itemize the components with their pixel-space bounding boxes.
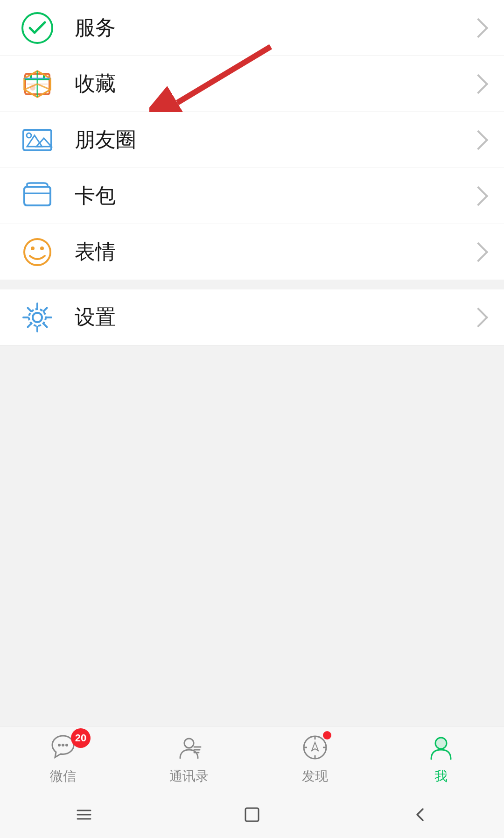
services-chevron xyxy=(469,18,488,37)
me-nav-icon xyxy=(427,733,455,762)
menu-item-favorites[interactable]: 收藏 xyxy=(0,56,504,112)
main-content: 服务 xyxy=(0,0,504,345)
settings-chevron xyxy=(469,307,488,327)
back-button[interactable] xyxy=(408,803,432,827)
svg-point-20 xyxy=(58,744,61,746)
emoji-label: 表情 xyxy=(75,238,471,266)
services-icon xyxy=(19,9,56,47)
system-bar xyxy=(0,791,504,838)
nav-item-me[interactable]: 我 xyxy=(378,726,504,791)
settings-label: 设置 xyxy=(75,303,471,331)
svg-rect-37 xyxy=(245,808,259,821)
wechat-nav-label: 微信 xyxy=(50,768,76,785)
discover-dot-badge xyxy=(323,731,331,739)
favorites-chevron xyxy=(469,74,488,93)
moments-chevron xyxy=(469,130,488,149)
bottom-navigation: 20 微信 通讯录 xyxy=(0,726,504,791)
back-icon xyxy=(408,803,432,827)
wallet-chevron xyxy=(469,186,488,205)
svg-point-27 xyxy=(304,736,326,759)
discover-nav-label: 发现 xyxy=(302,768,328,785)
menu-item-services[interactable]: 服务 xyxy=(0,0,504,56)
group-separator xyxy=(0,280,504,289)
settings-icon xyxy=(19,299,56,336)
svg-point-21 xyxy=(62,744,64,746)
home-button[interactable] xyxy=(240,803,264,827)
svg-point-0 xyxy=(22,13,52,43)
svg-point-12 xyxy=(27,133,31,138)
emoji-icon xyxy=(19,233,56,271)
contacts-nav-label: 通讯录 xyxy=(169,768,209,785)
moments-icon xyxy=(19,121,56,159)
svg-line-7 xyxy=(24,84,37,90)
discover-icon-wrap xyxy=(301,733,329,764)
svg-point-23 xyxy=(184,739,194,748)
svg-point-16 xyxy=(33,313,42,322)
wallet-icon xyxy=(19,177,56,215)
hamburger-icon xyxy=(72,803,96,827)
svg-line-8 xyxy=(37,84,50,90)
wechat-icon-wrap: 20 xyxy=(49,733,77,764)
home-icon xyxy=(240,803,264,827)
menu-item-moments[interactable]: 朋友圈 xyxy=(0,112,504,168)
menu-item-wallet[interactable]: 卡包 xyxy=(0,168,504,224)
contacts-nav-icon xyxy=(175,733,203,762)
gray-area xyxy=(0,345,504,593)
favorites-label: 收藏 xyxy=(75,70,471,98)
svg-point-13 xyxy=(24,239,50,265)
emoji-chevron xyxy=(469,242,488,261)
me-nav-label: 我 xyxy=(434,768,448,785)
menu-group-2: 设置 xyxy=(0,289,504,345)
moments-label: 朋友圈 xyxy=(75,126,471,154)
svg-point-33 xyxy=(435,738,447,749)
svg-marker-32 xyxy=(312,742,318,751)
nav-item-discover[interactable]: 发现 xyxy=(252,726,378,791)
wechat-badge: 20 xyxy=(71,728,91,748)
nav-item-wechat[interactable]: 20 微信 xyxy=(0,726,126,791)
contacts-icon-wrap xyxy=(175,733,203,764)
svg-point-22 xyxy=(65,744,68,746)
menu-item-settings[interactable]: 设置 xyxy=(0,289,504,345)
svg-point-15 xyxy=(40,246,44,250)
nav-item-contacts[interactable]: 通讯录 xyxy=(126,726,252,791)
services-label: 服务 xyxy=(75,14,471,42)
me-icon-wrap xyxy=(427,733,455,764)
favorites-icon xyxy=(19,65,56,103)
menu-group-1: 服务 xyxy=(0,0,504,280)
wallet-label: 卡包 xyxy=(75,182,471,210)
menu-item-emoji[interactable]: 表情 xyxy=(0,224,504,280)
menu-button[interactable] xyxy=(72,803,96,827)
svg-point-14 xyxy=(31,246,35,250)
